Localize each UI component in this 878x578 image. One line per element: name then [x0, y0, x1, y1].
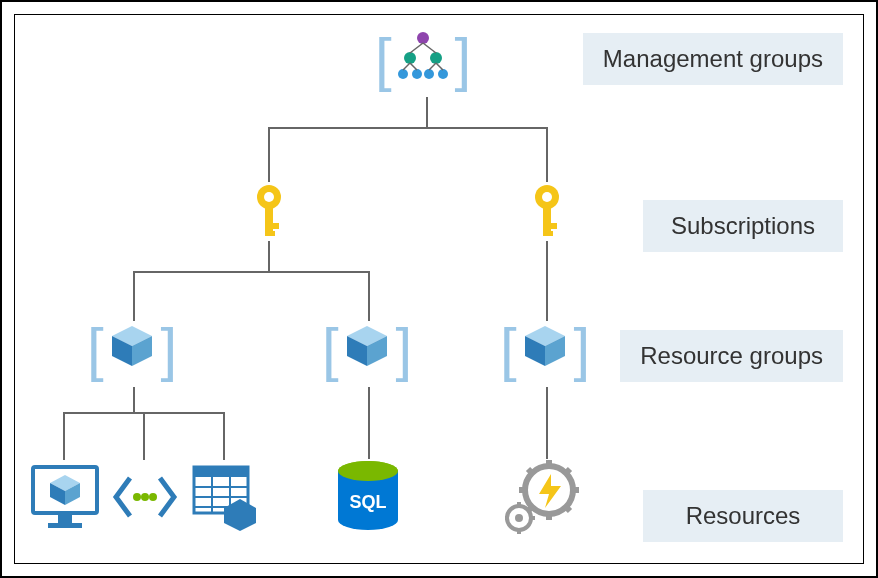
resource-group-node: [ ]: [500, 320, 590, 380]
connector: [368, 271, 370, 321]
function-app-resource-icon: [505, 460, 587, 542]
svg-point-1: [404, 52, 416, 64]
connector: [368, 387, 370, 459]
svg-line-7: [410, 43, 423, 53]
svg-point-14: [264, 192, 274, 202]
svg-point-5: [424, 69, 434, 79]
svg-point-50: [338, 461, 398, 481]
connector: [63, 412, 65, 460]
svg-rect-16: [265, 223, 279, 229]
vm-resource-icon: [30, 463, 100, 535]
connector: [546, 241, 548, 321]
connector: [268, 127, 548, 129]
svg-line-12: [436, 63, 443, 70]
svg-point-40: [149, 493, 157, 501]
svg-marker-60: [539, 474, 561, 508]
svg-line-8: [423, 43, 436, 53]
code-resource-icon: [110, 468, 180, 530]
label-resources: Resources: [643, 490, 843, 542]
svg-point-4: [412, 69, 422, 79]
cube-icon: [108, 322, 156, 370]
svg-line-11: [429, 63, 436, 70]
svg-rect-33: [58, 515, 72, 523]
connector: [546, 127, 548, 182]
connector: [426, 97, 428, 127]
svg-rect-42: [194, 467, 248, 477]
label-subscriptions: Subscriptions: [643, 200, 843, 252]
connector: [268, 241, 270, 271]
label-resource-groups: Resource groups: [620, 330, 843, 382]
svg-rect-20: [543, 207, 551, 233]
management-group-node: [ ]: [375, 30, 471, 90]
svg-line-10: [410, 63, 417, 70]
svg-point-6: [438, 69, 448, 79]
connector: [143, 412, 145, 460]
resource-group-node: [ ]: [87, 320, 177, 380]
svg-point-3: [398, 69, 408, 79]
label-management-groups: Management groups: [583, 33, 843, 85]
connector: [133, 387, 135, 412]
svg-rect-21: [543, 223, 557, 229]
storage-table-resource-icon: [190, 463, 260, 535]
hierarchy-diagram: Management groups Subscriptions Resource…: [14, 14, 864, 564]
svg-rect-34: [48, 523, 82, 528]
cube-icon: [521, 322, 569, 370]
svg-marker-48: [224, 499, 256, 531]
connector: [268, 127, 270, 182]
connector: [133, 271, 135, 321]
connector: [546, 387, 548, 459]
svg-line-59: [565, 469, 570, 474]
svg-rect-17: [265, 231, 275, 236]
svg-line-57: [565, 506, 570, 511]
svg-point-38: [133, 493, 141, 501]
svg-line-9: [403, 63, 410, 70]
resource-group-node: [ ]: [322, 320, 412, 380]
sql-database-resource-icon: SQL: [335, 460, 401, 538]
svg-point-2: [430, 52, 442, 64]
svg-point-0: [417, 32, 429, 44]
subscription-key-icon: [523, 183, 571, 243]
hierarchy-tree-icon: [396, 30, 450, 80]
svg-rect-15: [265, 207, 273, 233]
svg-rect-22: [543, 231, 553, 236]
svg-point-39: [141, 493, 149, 501]
subscription-key-icon: [245, 183, 293, 243]
svg-point-19: [542, 192, 552, 202]
svg-line-56: [528, 469, 533, 474]
connector: [133, 271, 370, 273]
svg-point-62: [515, 514, 523, 522]
connector: [223, 412, 225, 460]
sql-label: SQL: [349, 492, 386, 512]
cube-icon: [343, 322, 391, 370]
